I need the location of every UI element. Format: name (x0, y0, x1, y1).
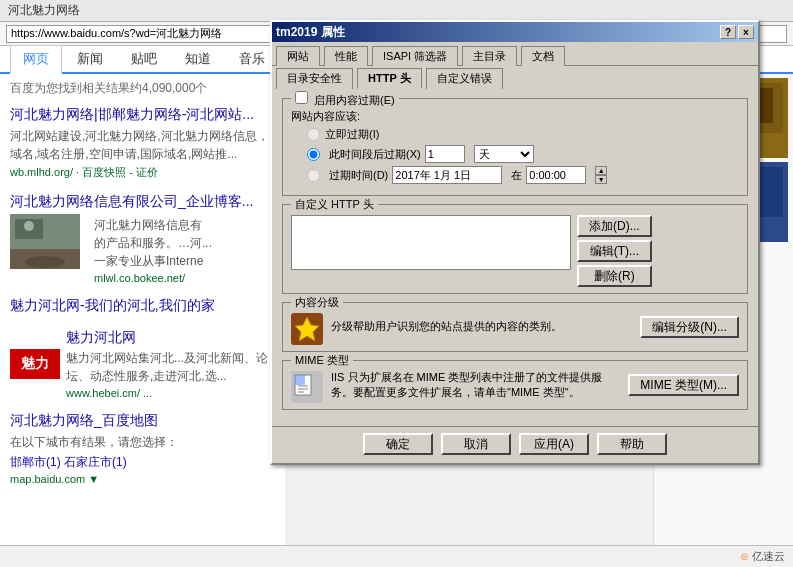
tab-home-dir[interactable]: 主目录 (462, 46, 517, 66)
tab-isapi[interactable]: ISAPI 筛选器 (372, 46, 458, 66)
expire-days-input[interactable] (425, 145, 465, 163)
expire-immediately-radio[interactable] (307, 128, 320, 141)
ok-button[interactable]: 确定 (363, 433, 433, 455)
dialog-overlay: tm2019 属性 ? × 网站 性能 ISAPI 筛选器 主目录 文档 目录安… (0, 0, 793, 567)
mime-types-button[interactable]: MIME 类型(M)... (628, 374, 739, 396)
http-headers-content: 添加(D)... 编辑(T)... 删除(R) (291, 215, 739, 287)
expiry-desc: 网站内容应该: (291, 109, 739, 124)
headers-buttons: 添加(D)... 编辑(T)... 删除(R) (577, 215, 652, 287)
mime-section-label: MIME 类型 (291, 353, 353, 368)
rating-desc: 分级帮助用户识别您的站点提供的内容的类别。 (331, 319, 632, 334)
enable-expiry-checkbox[interactable] (295, 91, 308, 104)
mime-section: MIME 类型 IIS 只为扩展名在 MIME 类型列表中注册了的文件提供服务。… (282, 360, 748, 410)
spinner-down[interactable]: ▼ (595, 175, 607, 184)
tab-performance[interactable]: 性能 (324, 46, 368, 66)
help-button[interactable]: 帮助 (597, 433, 667, 455)
headers-list (291, 215, 571, 270)
expire-time-input[interactable] (526, 166, 586, 184)
help-icon-btn[interactable]: ? (720, 25, 736, 39)
tab-custom-errors[interactable]: 自定义错误 (426, 68, 503, 89)
dialog-titlebar: tm2019 属性 ? × (272, 22, 758, 42)
tab-website[interactable]: 网站 (276, 46, 320, 66)
dialog-tabs-row1: 网站 性能 ISAPI 筛选器 主目录 文档 (272, 42, 758, 66)
edit-header-button[interactable]: 编辑(T)... (577, 240, 652, 262)
mime-desc: IIS 只为扩展名在 MIME 类型列表中注册了的文件提供服务。要配置更多文件扩… (331, 370, 620, 401)
expire-on-radio[interactable] (307, 169, 320, 182)
dialog-action-buttons: 确定 取消 应用(A) 帮助 (272, 426, 758, 463)
title-buttons: ? × (720, 25, 754, 39)
expiry-groupbox: 启用内容过期(E) 网站内容应该: 立即过期(I) 此时间段后过期(X) (282, 98, 748, 196)
apply-button[interactable]: 应用(A) (519, 433, 589, 455)
properties-dialog: tm2019 属性 ? × 网站 性能 ISAPI 筛选器 主目录 文档 目录安… (270, 20, 760, 465)
close-icon-btn[interactable]: × (738, 25, 754, 39)
tab-http-headers[interactable]: HTTP 头 (357, 68, 422, 89)
expiry-options: 网站内容应该: 立即过期(I) 此时间段后过期(X) 天 周 月 (291, 109, 739, 184)
add-header-button[interactable]: 添加(D)... (577, 215, 652, 237)
expire-after-radio[interactable] (307, 148, 320, 161)
spinner-up[interactable]: ▲ (595, 166, 607, 175)
expiry-groupbox-label: 启用内容过期(E) (291, 91, 399, 108)
mime-icon (291, 371, 323, 403)
content-rating-label: 内容分级 (291, 295, 343, 310)
custom-http-label: 自定义 HTTP 头 (291, 197, 378, 212)
time-spinner[interactable]: ▲ ▼ (595, 166, 607, 184)
content-rating-section: 内容分级 分级帮助用户识别您的站点提供的内容的类别。 编辑分级(N)... (282, 302, 748, 352)
dialog-tabs-row2: 目录安全性 HTTP 头 自定义错误 (272, 66, 758, 90)
expire-after-row: 此时间段后过期(X) 天 周 月 (291, 145, 739, 163)
expire-on-row: 过期时间(D) 在 ▲ ▼ (291, 166, 739, 184)
expire-unit-select[interactable]: 天 周 月 (474, 145, 534, 163)
expire-immediately-row: 立即过期(I) (291, 127, 739, 142)
dialog-title: tm2019 属性 (276, 24, 345, 41)
expire-date-input[interactable] (392, 166, 502, 184)
rating-icon (291, 313, 323, 345)
svg-rect-18 (295, 375, 305, 385)
cancel-button[interactable]: 取消 (441, 433, 511, 455)
custom-http-section: 自定义 HTTP 头 添加(D)... 编辑(T)... 删除(R) (282, 204, 748, 294)
tab-documents[interactable]: 文档 (521, 46, 565, 66)
dialog-content: 启用内容过期(E) 网站内容应该: 立即过期(I) 此时间段后过期(X) (272, 90, 758, 426)
edit-rating-button[interactable]: 编辑分级(N)... (640, 316, 739, 338)
delete-header-button[interactable]: 删除(R) (577, 265, 652, 287)
tab-dir-security[interactable]: 目录安全性 (276, 68, 353, 89)
